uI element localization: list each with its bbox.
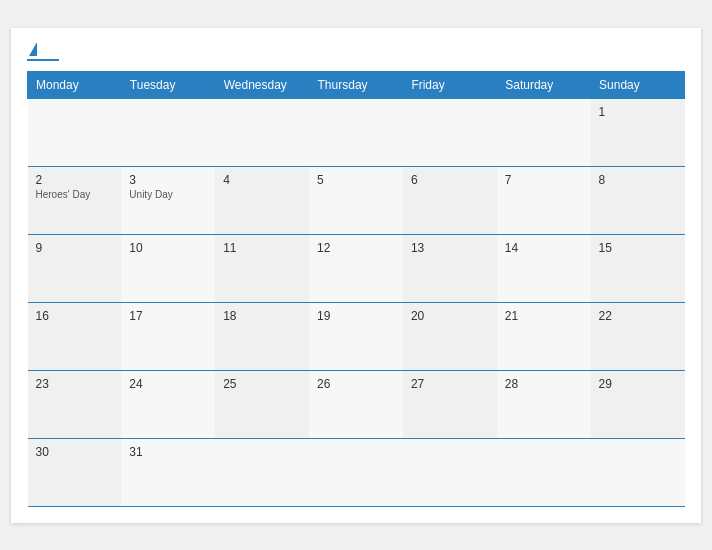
weekday-header-monday: Monday [28,71,122,98]
weekday-header-friday: Friday [403,71,497,98]
day-number: 21 [505,309,583,323]
weekday-header-sunday: Sunday [591,71,685,98]
holiday-label: Unity Day [129,189,207,200]
holiday-label: Heroes' Day [36,189,114,200]
weekday-header-wednesday: Wednesday [215,71,309,98]
day-number: 22 [599,309,677,323]
day-number: 3 [129,173,207,187]
calendar-cell: 9 [28,234,122,302]
weekday-header-tuesday: Tuesday [121,71,215,98]
calendar-cell: 27 [403,370,497,438]
logo-top [27,44,61,58]
weekday-header-thursday: Thursday [309,71,403,98]
calendar-cell: 31 [121,438,215,506]
calendar-cell: 18 [215,302,309,370]
day-number: 19 [317,309,395,323]
day-number: 13 [411,241,489,255]
calendar-container: MondayTuesdayWednesdayThursdayFridaySatu… [11,28,701,523]
day-number: 14 [505,241,583,255]
day-number: 27 [411,377,489,391]
calendar-cell: 3Unity Day [121,166,215,234]
calendar-cell: 23 [28,370,122,438]
calendar-week-row: 2Heroes' Day3Unity Day45678 [28,166,685,234]
calendar-cell: 21 [497,302,591,370]
calendar-cell: 1 [591,98,685,166]
calendar-cell: 7 [497,166,591,234]
day-number: 26 [317,377,395,391]
day-number: 7 [505,173,583,187]
day-number: 4 [223,173,301,187]
calendar-week-row: 9101112131415 [28,234,685,302]
day-number: 16 [36,309,114,323]
calendar-cell: 24 [121,370,215,438]
calendar-cell: 17 [121,302,215,370]
day-number: 30 [36,445,114,459]
calendar-cell: 12 [309,234,403,302]
day-number: 29 [599,377,677,391]
calendar-cell [215,98,309,166]
day-number: 28 [505,377,583,391]
day-number: 24 [129,377,207,391]
calendar-cell: 29 [591,370,685,438]
calendar-cell: 4 [215,166,309,234]
calendar-cell: 6 [403,166,497,234]
day-number: 25 [223,377,301,391]
calendar-cell: 15 [591,234,685,302]
logo-underline [27,59,59,61]
calendar-cell [403,438,497,506]
calendar-cell: 20 [403,302,497,370]
weekday-header-row: MondayTuesdayWednesdayThursdayFridaySatu… [28,71,685,98]
calendar-cell [497,98,591,166]
calendar-cell [121,98,215,166]
calendar-week-row: 3031 [28,438,685,506]
day-number: 1 [599,105,677,119]
day-number: 20 [411,309,489,323]
calendar-cell: 13 [403,234,497,302]
day-number: 12 [317,241,395,255]
logo [27,44,61,61]
day-number: 2 [36,173,114,187]
calendar-cell: 26 [309,370,403,438]
calendar-cell: 25 [215,370,309,438]
calendar-cell [309,98,403,166]
calendar-cell [28,98,122,166]
day-number: 18 [223,309,301,323]
day-number: 10 [129,241,207,255]
calendar-cell: 5 [309,166,403,234]
weekday-header-saturday: Saturday [497,71,591,98]
calendar-cell: 11 [215,234,309,302]
logo-triangle-icon [29,42,37,56]
calendar-cell [497,438,591,506]
calendar-cell: 16 [28,302,122,370]
day-number: 23 [36,377,114,391]
day-number: 31 [129,445,207,459]
day-number: 5 [317,173,395,187]
calendar-cell [591,438,685,506]
day-number: 8 [599,173,677,187]
calendar-header [27,44,685,61]
calendar-cell [309,438,403,506]
calendar-cell: 22 [591,302,685,370]
calendar-cell: 2Heroes' Day [28,166,122,234]
calendar-cell: 10 [121,234,215,302]
calendar-cell [215,438,309,506]
day-number: 17 [129,309,207,323]
calendar-cell [403,98,497,166]
calendar-cell: 28 [497,370,591,438]
calendar-cell: 19 [309,302,403,370]
day-number: 6 [411,173,489,187]
calendar-week-row: 1 [28,98,685,166]
day-number: 9 [36,241,114,255]
calendar-table: MondayTuesdayWednesdayThursdayFridaySatu… [27,71,685,507]
calendar-cell: 8 [591,166,685,234]
calendar-week-row: 16171819202122 [28,302,685,370]
day-number: 11 [223,241,301,255]
calendar-cell: 14 [497,234,591,302]
calendar-week-row: 23242526272829 [28,370,685,438]
calendar-cell: 30 [28,438,122,506]
day-number: 15 [599,241,677,255]
